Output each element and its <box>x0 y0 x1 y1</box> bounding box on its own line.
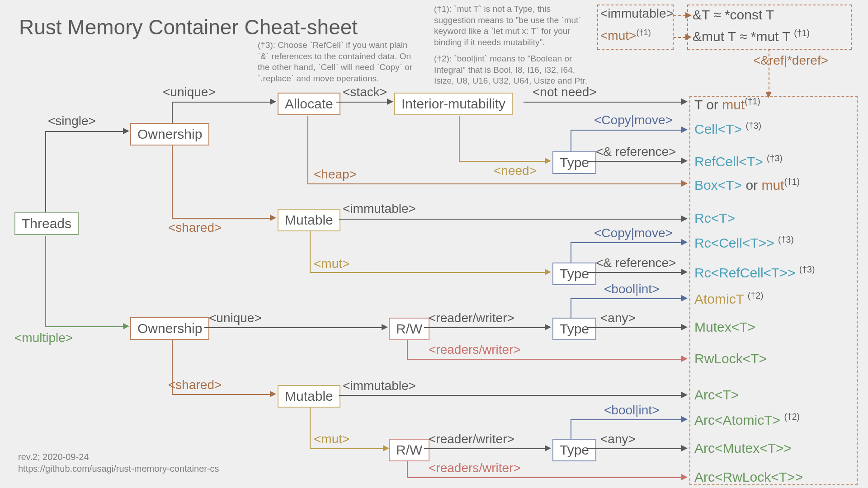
copymove-tag-2: <Copy|move> <box>594 226 673 240</box>
leaf-atomic: AtomicT (†2) <box>694 291 764 307</box>
threads-node: Threads <box>14 212 79 235</box>
rws-tag-2: <readers/writer> <box>429 461 521 475</box>
ref-const: &T ≈ *const T <box>693 7 774 23</box>
stack-tag: <stack> <box>343 85 387 99</box>
allocate-node: Allocate <box>278 93 340 115</box>
mutable-node-1: Mutable <box>278 209 340 231</box>
leaf-rc: Rc<T> <box>694 211 735 226</box>
footnote-2: (†2): `bool|int` means to "Boolean or In… <box>434 53 588 87</box>
multiple-tag: <multiple> <box>14 331 73 345</box>
leaf-refcell: RefCell<T> (†3) <box>694 153 783 169</box>
ref-deref-tag: <&ref|*deref> <box>753 53 828 68</box>
diagram-canvas: Rust Memory Container Cheat-sheet (†3): … <box>0 0 868 488</box>
ref-mut: &mut T ≈ *mut T (†1) <box>693 28 810 44</box>
leaf-arc-atomic: Arc<AtomicT> (†2) <box>694 412 800 428</box>
need-tag: <need> <box>494 164 537 178</box>
top-mut-tag: <mut>(†1) <box>600 28 651 43</box>
leaf-mutex: Mutex<T> <box>694 319 755 335</box>
mut-tag-1: <mut> <box>314 257 349 271</box>
immutable-tag-1: <immutable> <box>343 202 416 216</box>
leaf-t-or-mut: T or mut(†1) <box>694 96 760 113</box>
leaf-rc-cell: Rc<Cell<T>> (†3) <box>694 235 794 251</box>
heap-tag: <heap> <box>314 167 357 182</box>
repo-url: https://github.com/usagi/rust-memory-con… <box>18 464 219 474</box>
rw-tag-2: <reader/writer> <box>429 432 514 446</box>
boolint-tag-2: <bool|int> <box>604 403 660 418</box>
copymove-tag-1: <Copy|move> <box>594 113 673 127</box>
top-immutable-tag: <immutable> <box>600 6 674 21</box>
footnote-1: (†1): `mut T` is not a Type, this sugges… <box>434 4 583 48</box>
footnote-3: (†3): Choose `RefCell` if you want plain… <box>258 40 420 84</box>
ampref-tag-1: <& reference> <box>596 145 676 159</box>
any-tag-2: <any> <box>600 432 636 446</box>
leaf-rc-refcell: Rc<RefCell<T>> (†3) <box>694 264 815 281</box>
mut-tag-2: <mut> <box>314 432 349 446</box>
rw-tag-1: <reader/writer> <box>429 311 514 325</box>
immutable-tag-2: <immutable> <box>343 379 416 393</box>
shared-tag-1: <shared> <box>168 221 222 235</box>
type-node-2: Type <box>552 263 596 285</box>
any-tag-1: <any> <box>600 311 636 325</box>
ampref-tag-2: <& reference> <box>596 256 676 270</box>
revision-line: rev.2; 2020-09-24 <box>18 452 89 462</box>
type-node-3: Type <box>552 318 596 340</box>
type-node-1: Type <box>552 151 596 174</box>
leaf-rwlock: RwLock<T> <box>694 351 767 366</box>
ownership-node-2: Ownership <box>130 317 209 340</box>
leaf-box: Box<T> or mut(†1) <box>694 177 800 193</box>
leaf-arc: Arc<T> <box>694 387 739 403</box>
notneed-tag: <not need> <box>533 85 597 99</box>
rw-node-2: R/W <box>389 439 429 461</box>
unique-tag-1: <unique> <box>163 85 216 99</box>
leaf-arc-rwlock: Arc<RwLock<T>> <box>694 469 803 485</box>
leaf-arc-mutex: Arc<Mutex<T>> <box>694 441 792 456</box>
rw-node-1: R/W <box>389 318 429 340</box>
rws-tag-1: <readers/writer> <box>429 343 521 357</box>
leaf-cell: Cell<T> (†3) <box>694 121 761 137</box>
mutable-node-2: Mutable <box>278 385 340 408</box>
interior-mutability-node: Interior-mutability <box>394 93 513 115</box>
type-node-4: Type <box>552 439 596 461</box>
single-tag: <single> <box>48 114 96 128</box>
page-title: Rust Memory Container Cheat-sheet <box>19 15 358 39</box>
unique-tag-2: <unique> <box>209 311 262 325</box>
boolint-tag-1: <bool|int> <box>604 282 660 296</box>
ownership-node-1: Ownership <box>130 123 209 145</box>
shared-tag-2: <shared> <box>168 378 222 392</box>
